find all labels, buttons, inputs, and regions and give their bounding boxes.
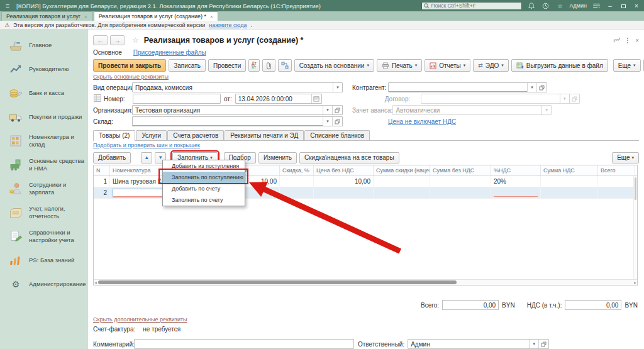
open-link-icon[interactable] — [332, 106, 342, 114]
open-link-icon[interactable] — [536, 83, 547, 92]
sidebar-item-nomenklatura-sklad[interactable]: Номенклатура и склад — [0, 133, 88, 148]
col-n[interactable]: N — [94, 165, 110, 175]
cell-empty[interactable] — [598, 187, 635, 198]
scrollbar-thumb[interactable] — [635, 177, 636, 200]
history-clock-icon[interactable] — [541, 1, 551, 10]
minimize-button[interactable]: – — [606, 3, 614, 9]
hide-main-requisites-link[interactable]: Скрыть основные реквизиты — [93, 74, 639, 82]
col-price-no-vat[interactable]: Цена без НДС — [314, 165, 374, 175]
close-form-icon[interactable]: × — [635, 37, 639, 44]
save-button[interactable]: Записать — [169, 59, 206, 72]
scrollbar-thumb[interactable] — [98, 280, 457, 284]
tab-attached-files[interactable]: Присоединенные файлы — [133, 49, 206, 56]
favorites-star-icon[interactable]: ☆ — [555, 1, 565, 10]
cell-empty[interactable] — [374, 176, 430, 187]
calendar-icon[interactable] — [311, 94, 321, 103]
add-row-button[interactable]: Добавить — [93, 152, 131, 163]
comment-field[interactable] — [134, 339, 354, 349]
tab-rekvizity-pechati[interactable]: Реквизиты печати и ЭД — [225, 130, 304, 140]
print-button[interactable]: Печать▾ — [377, 59, 422, 72]
cell-n[interactable]: 1 — [94, 176, 110, 187]
cell-empty[interactable] — [430, 187, 491, 198]
edo-button[interactable]: ⇄ЭДО▾ — [473, 59, 508, 72]
restore-button[interactable] — [619, 3, 628, 9]
sidebar-item-bank-kassa[interactable]: Банк и касса — [0, 85, 88, 101]
cell-empty[interactable] — [314, 187, 374, 198]
cell-price-no-vat[interactable]: 10,00 — [314, 176, 374, 187]
current-user[interactable]: Админ — [570, 3, 587, 9]
create-based-on-button[interactable]: Создать на основании▾ — [294, 59, 374, 72]
cell-empty[interactable] — [280, 187, 314, 198]
sidebar-item-baza-znaniy[interactable]: PS: База знаний — [0, 252, 88, 268]
tab-osnovnoe[interactable]: Основное — [93, 49, 122, 56]
search-input[interactable] — [431, 3, 516, 9]
sidebar-item-glavnoe[interactable]: Главное — [0, 37, 88, 53]
main-menu-icon[interactable]: ≡ — [3, 2, 12, 9]
chevron-down-icon[interactable]: ▾ — [333, 83, 342, 92]
scroll-right-icon[interactable] — [634, 282, 636, 284]
more-button[interactable]: Еще▾ — [613, 59, 641, 72]
more-vertical-icon[interactable] — [627, 38, 628, 43]
tab-realizatsiya-create[interactable]: Реализация товаров и услуг (создание) * … — [94, 11, 218, 21]
cell-empty[interactable] — [374, 187, 430, 198]
sidebar-item-pokupki-prodazhi[interactable]: Покупки и продажи — [0, 109, 88, 125]
attachments-button[interactable] — [262, 59, 275, 72]
back-button[interactable]: ← — [93, 35, 108, 45]
sidebar-item-os-nma[interactable]: Основные средства и НМА — [0, 157, 88, 172]
counterparty-field[interactable]: ▾ — [388, 82, 547, 92]
sidebar-item-spravochniki[interactable]: Справочники и настройки учета — [0, 228, 88, 244]
organization-field[interactable]: Тестовая организация ▾ — [132, 105, 343, 115]
sidebar-item-administrirovanie[interactable]: ⚙ Администрирование — [0, 276, 88, 292]
buy-commercial-link[interactable]: нажмите сюда — [209, 22, 247, 28]
open-link-icon[interactable] — [538, 340, 548, 348]
export-to-file-button[interactable]: Выгрузить данные в файл — [511, 59, 608, 72]
chevron-down-icon[interactable]: ▾ — [323, 106, 332, 114]
list-grid-icon[interactable] — [94, 94, 102, 103]
post-button[interactable]: Провести — [208, 59, 246, 72]
global-search-box[interactable] — [421, 2, 522, 10]
hide-additional-requisites-link[interactable]: Скрыть дополнительные реквизиты — [93, 316, 639, 324]
sidebar-item-uchet-nalogi[interactable]: Учет, налоги, отчетность — [0, 204, 88, 220]
operation-select[interactable]: Продажа, комиссия ▾ — [132, 82, 343, 92]
close-window-button[interactable]: × — [632, 3, 641, 9]
dr-cr-button[interactable]: ДтКт — [248, 59, 259, 72]
cell-empty[interactable] — [280, 176, 314, 187]
col-vat-rate[interactable]: %НДС — [491, 165, 541, 175]
cell-vat-rate[interactable]: 20% — [491, 176, 541, 187]
date-field[interactable]: 13.04.2026 0:00:00 — [235, 94, 322, 104]
reports-button[interactable]: Отчеты▾ — [425, 59, 470, 72]
scroll-left-icon[interactable] — [94, 282, 97, 284]
menu-item-add-by-invoice[interactable]: Добавить по счету — [163, 183, 245, 194]
close-tab-icon[interactable]: × — [84, 14, 87, 19]
warehouse-field[interactable]: ▾ — [132, 116, 343, 126]
forward-button[interactable]: → — [110, 35, 125, 45]
get-link-icon[interactable] — [613, 36, 620, 45]
horizontal-scrollbar[interactable] — [94, 279, 637, 285]
col-vat-sum[interactable]: Сумма НДС — [541, 165, 598, 175]
chevron-down-icon[interactable]: ▾ — [323, 117, 332, 126]
cell-empty[interactable] — [541, 187, 598, 198]
cell-vat-required[interactable] — [491, 187, 541, 198]
tab-uslugi[interactable]: Услуги — [136, 130, 167, 140]
tab-realizatsiya-list[interactable]: Реализация товаров и услуг × — [1, 11, 92, 21]
close-tab-icon[interactable]: × — [210, 14, 213, 19]
tab-scheta-raschetov[interactable]: Счета расчетов — [167, 130, 224, 140]
favorite-star-icon[interactable]: ☆ — [132, 36, 139, 45]
table-more-button[interactable]: Еще▾ — [612, 152, 639, 163]
cell-empty[interactable] — [541, 176, 598, 187]
structure-button[interactable] — [278, 59, 292, 72]
service-settings-icon[interactable] — [591, 1, 601, 10]
col-total[interactable]: Всего — [598, 165, 635, 175]
tab-tovary[interactable]: Товары (2) — [93, 130, 135, 141]
cell-empty[interactable] — [598, 176, 635, 187]
move-up-button[interactable]: ▲ — [141, 152, 152, 163]
col-discount[interactable]: Скидка, % — [280, 165, 314, 175]
col-sum-no-vat[interactable]: Сумма без НДС — [430, 165, 491, 175]
post-and-close-button[interactable]: Провести и закрыть — [93, 59, 166, 72]
tab-spisanie-blankov[interactable]: Списание бланков — [304, 130, 370, 140]
discount-all-button[interactable]: Скидка\наценка на все товары — [299, 152, 399, 163]
pick-and-check-link[interactable]: Подобрать и проверить шин и покрышек — [93, 142, 200, 148]
sidebar-item-rukovoditelyu[interactable]: Руководителю — [0, 61, 88, 77]
cell-n[interactable]: 2 — [94, 187, 110, 198]
menu-item-fill-by-invoice[interactable]: Заполнить по счету — [163, 194, 245, 206]
